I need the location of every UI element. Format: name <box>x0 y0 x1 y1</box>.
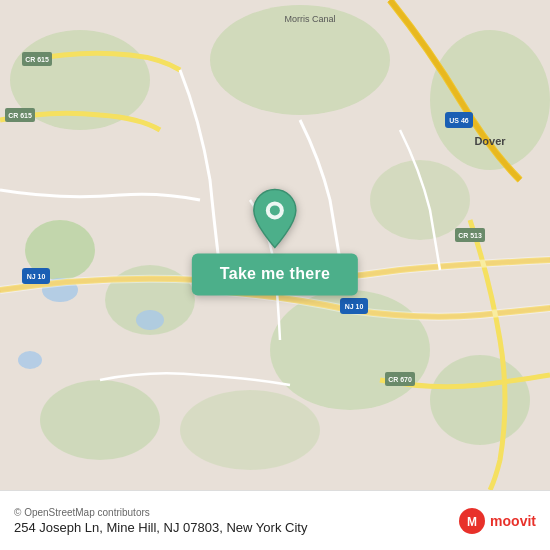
svg-point-4 <box>370 160 470 240</box>
svg-text:Morris Canal: Morris Canal <box>284 14 335 24</box>
svg-text:US 46: US 46 <box>449 117 469 124</box>
button-overlay: Take me there <box>192 183 358 295</box>
svg-text:CR 513: CR 513 <box>458 232 482 239</box>
map-pin <box>245 183 305 253</box>
svg-point-33 <box>270 205 280 215</box>
moovit-logo: M moovit <box>458 507 536 535</box>
svg-point-13 <box>18 351 42 369</box>
svg-point-12 <box>136 310 164 330</box>
svg-text:Dover: Dover <box>474 135 506 147</box>
svg-text:NJ 10: NJ 10 <box>27 273 46 280</box>
map-view[interactable]: NJ 10 NJ 10 NJ 10 US 46 CR 615 CR 615 CR… <box>0 0 550 490</box>
osm-credit: © OpenStreetMap contributors <box>14 507 307 518</box>
svg-point-9 <box>430 355 530 445</box>
svg-point-10 <box>180 390 320 470</box>
svg-text:M: M <box>467 515 477 529</box>
take-me-there-button[interactable]: Take me there <box>192 253 358 295</box>
svg-point-8 <box>40 380 160 460</box>
bottom-bar: © OpenStreetMap contributors 254 Joseph … <box>0 490 550 550</box>
address-text: 254 Joseph Ln, Mine Hill, NJ 07803, New … <box>14 520 307 535</box>
svg-text:CR 615: CR 615 <box>25 56 49 63</box>
svg-text:CR 670: CR 670 <box>388 376 412 383</box>
svg-text:NJ 10: NJ 10 <box>345 303 364 310</box>
svg-text:CR 615: CR 615 <box>8 112 32 119</box>
moovit-label: moovit <box>490 513 536 529</box>
moovit-icon: M <box>458 507 486 535</box>
bottom-left-info: © OpenStreetMap contributors 254 Joseph … <box>14 507 307 535</box>
